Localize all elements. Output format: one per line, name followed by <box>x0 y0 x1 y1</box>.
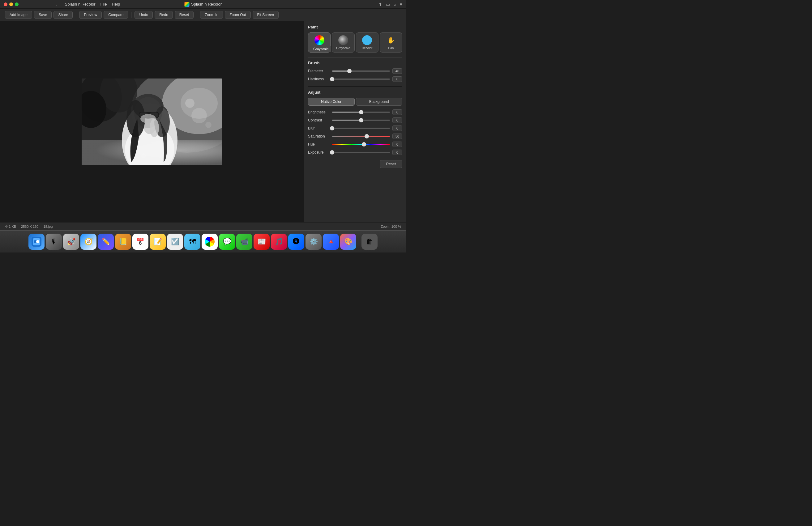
native-color-tab[interactable]: Native Color <box>308 97 355 106</box>
hardness-value[interactable]: 0 <box>392 76 402 82</box>
add-image-button[interactable]: Add Image <box>5 11 32 19</box>
brightness-row: Brightness 0 <box>308 109 402 115</box>
redo-button[interactable]: Redo <box>155 11 173 19</box>
reset-button[interactable]: Reset <box>175 11 193 19</box>
diameter-track <box>332 71 390 72</box>
menu-bar:  Splash n Recolor File Help <box>56 2 120 7</box>
dock-news[interactable]: 📰 <box>253 234 270 250</box>
hardness-slider[interactable] <box>332 77 390 81</box>
contrast-value[interactable]: 0 <box>392 118 402 123</box>
blur-track <box>332 127 390 129</box>
blur-value[interactable]: 0 <box>392 125 402 131</box>
svg-point-28 <box>36 240 39 243</box>
pan-icon: ✋ <box>386 35 396 45</box>
brightness-thumb[interactable] <box>359 110 363 114</box>
display-icon[interactable]: ▭ <box>386 2 390 7</box>
dock-divider <box>359 236 359 248</box>
compare-button[interactable]: Compare <box>104 11 128 19</box>
exposure-slider[interactable] <box>332 150 390 155</box>
hue-slider[interactable] <box>332 142 390 147</box>
dock-contacts[interactable]: 📒 <box>115 234 131 250</box>
dock-calendar[interactable]: JUL 6 <box>132 234 148 250</box>
exposure-label: Exposure <box>308 150 330 154</box>
diameter-value[interactable]: 40 <box>392 68 402 74</box>
saturation-thumb[interactable] <box>365 134 369 138</box>
exposure-value[interactable]: 0 <box>392 150 402 155</box>
file-menu[interactable]: File <box>100 2 107 6</box>
dock-altimeter[interactable]: 🔺 <box>323 234 339 250</box>
dock-photos[interactable] <box>202 234 218 250</box>
blur-thumb[interactable] <box>330 126 334 131</box>
diameter-slider[interactable] <box>332 69 390 74</box>
apple-menu[interactable]:  <box>56 2 57 7</box>
recolor-mode-btn[interactable]: Recolor <box>356 32 378 52</box>
pan-mode-btn[interactable]: ✋ Pan <box>380 32 402 52</box>
preview-button[interactable]: Preview <box>79 11 102 19</box>
dock-notes[interactable]: 📝 <box>150 234 166 250</box>
brush-title: Brush <box>308 61 402 65</box>
dock-reminders[interactable]: ☑️ <box>167 234 183 250</box>
contrast-slider[interactable] <box>332 118 390 123</box>
dock-pixelmator[interactable]: ✏️ <box>98 234 114 250</box>
dock-appstore[interactable]: 🅐 <box>288 234 304 250</box>
maximize-button[interactable] <box>15 2 18 6</box>
close-button[interactable] <box>4 2 8 6</box>
search-icon[interactable]: ⌕ <box>394 2 396 7</box>
svg-point-19 <box>150 119 159 137</box>
brightness-label: Brightness <box>308 110 330 114</box>
main-layout: Paint Native Color Grayscale <box>0 21 406 222</box>
title-bar:  Splash n Recolor File Help Splash n Re… <box>0 0 406 9</box>
dock-siri[interactable]: 🎙 <box>46 234 62 250</box>
diameter-thumb[interactable] <box>347 69 351 73</box>
dock-finder[interactable] <box>28 234 45 250</box>
screen-record-icon[interactable]: ⬆ <box>378 2 382 7</box>
undo-button[interactable]: Undo <box>134 11 153 19</box>
minimize-button[interactable] <box>9 2 13 6</box>
grayscale-mode-btn[interactable]: Grayscale <box>332 32 354 52</box>
blur-label: Blur <box>308 126 330 131</box>
background-tab[interactable]: Background <box>356 97 403 106</box>
adjust-title: Adjust <box>308 90 402 94</box>
dock-trash[interactable]: 🗑 <box>361 234 378 250</box>
dock-safari[interactable]: 🧭 <box>81 234 97 250</box>
dock-recolor[interactable]: 🎨 <box>340 234 356 250</box>
dock-music[interactable]: 🎵 <box>271 234 287 250</box>
traffic-lights <box>4 2 18 6</box>
zoom-in-button[interactable]: Zoom In <box>200 11 223 19</box>
recolor-icon <box>362 35 372 45</box>
app-icon <box>184 2 189 7</box>
fit-screen-button[interactable]: Fit Screen <box>252 11 279 19</box>
window-title: Splash n Recolor <box>184 2 222 7</box>
dock-maps[interactable]: 🗺 <box>184 234 200 250</box>
contrast-thumb[interactable] <box>359 118 363 122</box>
hardness-thumb[interactable] <box>330 77 334 81</box>
saturation-slider[interactable] <box>332 134 390 139</box>
svg-point-23 <box>141 153 146 158</box>
adjust-section: Adjust Native Color Background Brightnes… <box>308 90 402 168</box>
dock-system-prefs[interactable]: ⚙️ <box>305 234 322 250</box>
save-button[interactable]: Save <box>34 11 52 19</box>
paint-title: Paint <box>308 25 402 29</box>
zoom-out-button[interactable]: Zoom Out <box>225 11 250 19</box>
hue-track <box>332 144 390 145</box>
dock-messages[interactable]: 💬 <box>219 234 235 250</box>
share-button[interactable]: Share <box>54 11 73 19</box>
app-name-menu[interactable]: Splash n Recolor <box>64 2 95 6</box>
hue-thumb[interactable] <box>362 142 366 147</box>
blur-slider[interactable] <box>332 126 390 131</box>
help-menu[interactable]: Help <box>112 2 120 6</box>
svg-point-22 <box>205 122 212 128</box>
brightness-value[interactable]: 0 <box>392 109 402 115</box>
hue-value[interactable]: 0 <box>392 141 402 147</box>
list-icon[interactable]: ≡ <box>400 2 402 7</box>
adjust-reset-button[interactable]: Reset <box>380 160 402 168</box>
dock-facetime[interactable]: 📹 <box>236 234 252 250</box>
canvas-area[interactable] <box>0 21 304 222</box>
exposure-thumb[interactable] <box>330 150 334 154</box>
image-dimensions: 2560 X 160 <box>21 225 38 228</box>
saturation-value[interactable]: 50 <box>392 134 402 139</box>
dock-rocket[interactable]: 🚀 <box>63 234 79 250</box>
saturation-track <box>332 136 390 137</box>
recolor-label: Recolor <box>362 46 372 50</box>
brightness-slider[interactable] <box>332 110 390 115</box>
